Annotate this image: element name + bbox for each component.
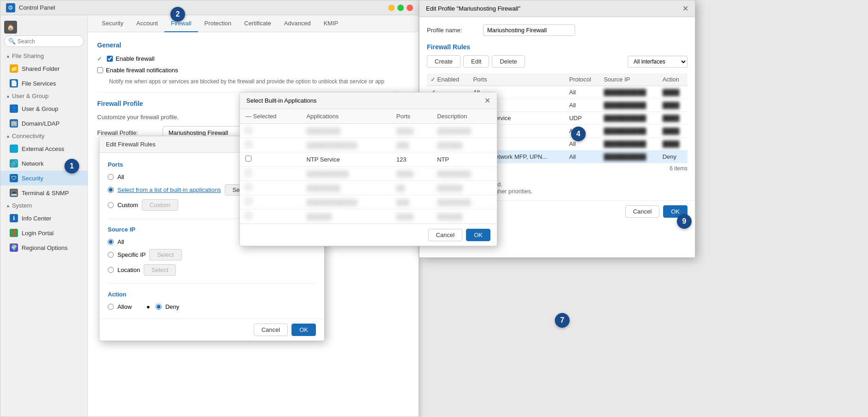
edit-rule-button[interactable]: Edit	[463, 55, 489, 68]
enable-notifications-checkbox[interactable]	[97, 67, 103, 73]
enable-firewall-checkbox[interactable]	[107, 56, 113, 62]
search-icon: 🔍	[8, 38, 16, 45]
profile-name-input[interactable]	[483, 24, 575, 36]
file-services-icon: 📄	[10, 79, 18, 87]
row-source-ip: ██████████	[600, 125, 659, 138]
minimize-button[interactable]	[388, 5, 395, 11]
terminal-icon: 💻	[10, 189, 18, 197]
row-ports: ████	[391, 209, 431, 224]
row-action: ████	[659, 125, 687, 138]
badge-9: 9	[677, 214, 692, 229]
row-desc: ████████	[431, 167, 497, 181]
create-rule-button[interactable]: Create	[427, 55, 460, 68]
enable-notifications-text: Enable firewall notifications	[106, 67, 178, 74]
profile-name-label: Profile name:	[427, 27, 478, 34]
close-button[interactable]	[407, 5, 413, 11]
sidebar-group-user-group[interactable]: ▲ User & Group	[0, 91, 87, 101]
tab-kmip[interactable]: KMIP	[317, 15, 345, 32]
edit-profile-cancel-button[interactable]: Cancel	[625, 205, 659, 218]
sidebar-group-system[interactable]: ▲ System	[0, 200, 87, 211]
sidebar-item-label: Shared Folder	[22, 65, 59, 72]
edit-firewall-ok-button[interactable]: OK	[291, 324, 316, 336]
action-deny-dot: ●	[146, 303, 150, 310]
row-checkbox[interactable]	[245, 213, 251, 219]
chevron-down-icon: ▲	[6, 203, 10, 208]
edit-firewall-cancel-button[interactable]: Cancel	[254, 324, 288, 336]
tab-certificate[interactable]: Certificate	[238, 15, 278, 32]
rule-toolbar-left: Create Edit Delete	[427, 55, 525, 68]
builtin-apps-table: — Selected Applications Ports Descriptio…	[240, 109, 497, 224]
builtin-ok-button[interactable]: OK	[466, 229, 490, 241]
row-app: ████████	[301, 181, 390, 195]
enable-firewall-label[interactable]: ✓ Enable firewall	[97, 55, 155, 62]
row-checkbox[interactable]	[245, 141, 251, 147]
sidebar-item-external-access[interactable]: 🌐 External Access	[0, 141, 87, 156]
sidebar-group-file-sharing[interactable]: ▲ File Sharing	[0, 51, 87, 61]
sidebar-item-shared-folder[interactable]: 📁 Shared Folder	[0, 61, 87, 76]
sidebar-item-user-group[interactable]: 👤 User & Group	[0, 101, 87, 116]
row-checkbox[interactable]	[245, 198, 251, 204]
row-selected	[240, 209, 301, 224]
select-location-button[interactable]: Select	[144, 264, 176, 276]
tab-security[interactable]: Security	[95, 15, 130, 32]
ports-builtin-radio[interactable]	[108, 187, 114, 193]
maximize-button[interactable]	[397, 5, 404, 11]
row-action: ████	[659, 86, 687, 99]
row-source-ip: ██████████	[600, 138, 659, 151]
builtin-apps-title: Select Built-in Applications	[246, 97, 316, 104]
row-checkbox[interactable]	[245, 184, 251, 190]
row-action: Deny	[659, 151, 687, 163]
source-ip-location-radio[interactable]	[108, 267, 114, 273]
row-checkbox[interactable]	[245, 170, 251, 176]
custom-button[interactable]: Custom	[142, 199, 178, 211]
ports-custom-label: Custom	[117, 202, 138, 208]
edit-firewall-dialog-title: Edit Firewall Rules	[106, 141, 156, 148]
edit-profile-close-button[interactable]: ✕	[682, 4, 688, 13]
search-input[interactable]	[17, 38, 80, 45]
builtin-cancel-button[interactable]: Cancel	[428, 229, 462, 241]
col-protocol: Protocol	[565, 73, 600, 86]
row-checkbox[interactable]	[245, 156, 251, 162]
chevron-down-icon: ▲	[6, 94, 10, 98]
row-protocol: All	[565, 86, 600, 99]
interface-select[interactable]: All interfaces	[628, 56, 687, 68]
row-desc: ██████	[431, 209, 497, 224]
source-ip-all-radio[interactable]	[108, 239, 114, 245]
source-ip-specific-radio[interactable]	[108, 252, 114, 258]
source-ip-location-row: Location Select	[108, 264, 316, 276]
source-ip-all-label: All	[117, 238, 124, 245]
builtin-apps-body: — Selected Applications Ports Descriptio…	[240, 109, 497, 224]
home-button[interactable]: 🏠	[4, 21, 17, 34]
row-checkbox[interactable]	[245, 127, 251, 133]
profile-label: Firewall Profile:	[97, 129, 157, 136]
search-box[interactable]: 🔍	[4, 35, 84, 47]
row-ports: ███	[391, 138, 431, 152]
tab-advanced[interactable]: Advanced	[278, 15, 317, 32]
action-deny-radio[interactable]	[156, 304, 162, 310]
sidebar-item-domain-ldap[interactable]: 🏢 Domain/LDAP	[0, 116, 87, 131]
sidebar-group-connectivity[interactable]: ▲ Connectivity	[0, 131, 87, 141]
action-allow-label: Allow	[117, 303, 132, 310]
row-desc: NTP	[431, 152, 497, 167]
ports-custom-radio[interactable]	[108, 202, 114, 208]
enable-notifications-label[interactable]: Enable firewall notifications	[97, 67, 178, 74]
action-allow-radio[interactable]	[108, 304, 114, 310]
row-source-ip: ██████████	[600, 151, 659, 163]
delete-rule-button[interactable]: Delete	[492, 55, 525, 68]
builtin-apps-close-button[interactable]: ✕	[484, 96, 490, 105]
sidebar-item-label: User & Group	[22, 105, 58, 112]
sidebar-item-file-services[interactable]: 📄 File Services	[0, 76, 87, 91]
sidebar-item-login-portal[interactable]: 🚪 Login Portal	[0, 226, 87, 240]
tab-protection[interactable]: Protection	[198, 15, 238, 32]
sidebar-item-terminal-snmp[interactable]: 💻 Terminal & SNMP	[0, 185, 87, 200]
sidebar-item-info-center[interactable]: ℹ Info Center	[0, 211, 87, 226]
row-desc: ██████	[431, 138, 497, 152]
tab-account[interactable]: Account	[130, 15, 164, 32]
edit-profile-title: Edit Profile "Mariushosting Firewall"	[426, 5, 520, 12]
ports-all-radio[interactable]	[108, 174, 114, 180]
source-ip-specific-row: Specific IP Select	[108, 249, 316, 261]
sidebar-group-label: File Sharing	[12, 52, 44, 59]
sidebar-item-regional-options[interactable]: 🌍 Regional Options	[0, 240, 87, 255]
select-ip-button[interactable]: Select	[149, 249, 181, 261]
shared-folder-icon: 📁	[10, 64, 18, 73]
